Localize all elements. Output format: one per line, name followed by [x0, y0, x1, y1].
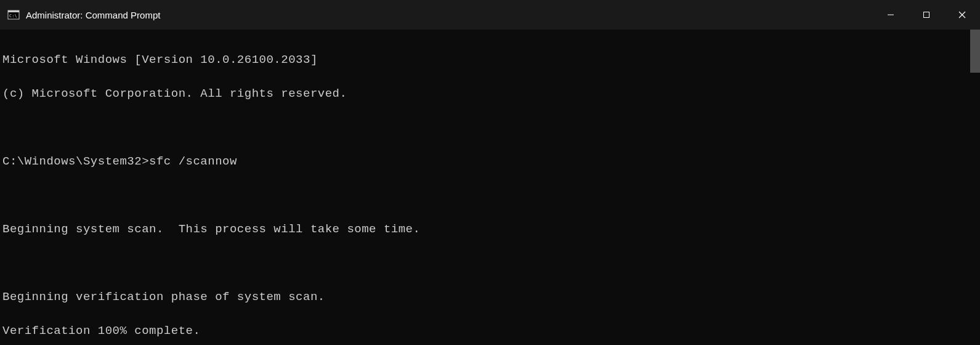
blank-line	[2, 255, 978, 272]
scrollbar-thumb[interactable]	[970, 30, 980, 73]
output-line: (c) Microsoft Corporation. All rights re…	[2, 86, 978, 103]
command-line: C:\Windows\System32>sfc /scannow	[2, 153, 978, 171]
output-line: Beginning verification phase of system s…	[2, 289, 978, 306]
output-line: Verification 100% complete.	[2, 323, 978, 340]
terminal-output[interactable]: Microsoft Windows [Version 10.0.26100.20…	[0, 30, 980, 345]
window-title: Administrator: Command Prompt	[26, 10, 160, 20]
output-line: Beginning system scan. This process will…	[2, 221, 978, 238]
blank-line	[2, 187, 978, 205]
svg-rect-4	[924, 12, 929, 18]
minimize-button[interactable]	[873, 0, 909, 30]
window-controls	[873, 0, 980, 30]
titlebar: C:\ Administrator: Command Prompt	[0, 0, 980, 30]
blank-line	[2, 120, 978, 137]
output-line: Microsoft Windows [Version 10.0.26100.20…	[2, 52, 978, 69]
prompt: C:\Windows\System32>	[2, 153, 149, 171]
titlebar-left: C:\ Administrator: Command Prompt	[7, 9, 160, 21]
maximize-button[interactable]	[909, 0, 944, 30]
svg-text:C:\: C:\	[9, 14, 17, 18]
entered-command: sfc /scannow	[149, 153, 237, 171]
close-button[interactable]	[944, 0, 980, 30]
cmd-icon: C:\	[7, 9, 20, 21]
svg-rect-1	[8, 10, 19, 12]
